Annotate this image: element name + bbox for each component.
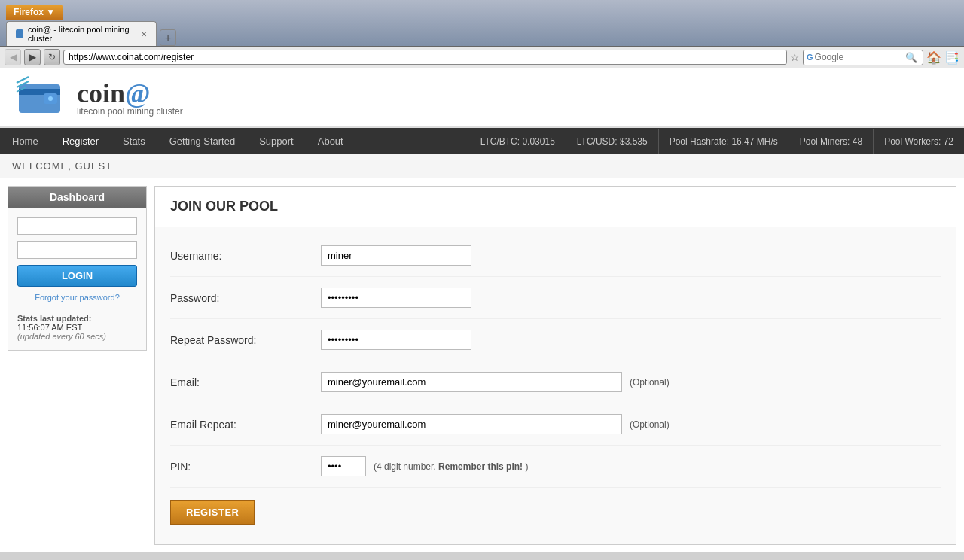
username-input[interactable] <box>321 245 471 266</box>
pin-hint-text: (4 digit number. <box>374 461 436 472</box>
back-button[interactable]: ◀ <box>5 49 21 65</box>
search-box: G 🔍 <box>803 50 923 65</box>
logo-name: coin@ <box>77 78 183 109</box>
nav-stats[interactable]: Stats <box>111 128 157 154</box>
password-field <box>321 288 471 308</box>
nav-register[interactable]: Register <box>50 128 111 154</box>
repeat-password-field <box>321 330 471 350</box>
nav-stats: LTC/BTC: 0.03015 LTC/USD: $3.535 Pool Ha… <box>470 129 964 154</box>
email-repeat-input[interactable] <box>321 414 622 434</box>
nav-about[interactable]: About <box>306 128 355 154</box>
logo-area: coin@ litecoin pool mining cluster <box>15 75 183 119</box>
login-button[interactable]: LOGIN <box>17 265 137 287</box>
forgot-password-link[interactable]: Forgot your password? <box>17 293 137 302</box>
sidebar: Dashboard LOGIN Forgot your password? St… <box>8 186 147 545</box>
repeat-password-input[interactable] <box>321 330 471 350</box>
email-repeat-row: Email Repeat: (Optional) <box>170 403 941 446</box>
firefox-button[interactable]: Firefox ▼ <box>6 5 63 20</box>
nav-getting-started[interactable]: Getting Started <box>157 128 247 154</box>
workers-stat: Pool Workers: 72 <box>873 129 964 154</box>
new-tab-button[interactable]: + <box>160 29 176 46</box>
bookmark-star-button[interactable]: ☆ <box>790 51 800 63</box>
welcome-bar: WELCOME, GUEST <box>0 154 964 178</box>
nav-home[interactable]: Home <box>0 128 50 154</box>
pin-remember: Remember this pin! <box>438 461 523 472</box>
sidebar-box: Dashboard LOGIN Forgot your password? St… <box>8 186 147 351</box>
sidebar-title: Dashboard <box>8 187 146 208</box>
ltc-usd-label: LTC/USD: <box>577 136 618 147</box>
email-repeat-optional: (Optional) <box>630 419 670 430</box>
sidebar-password-input[interactable] <box>17 241 137 259</box>
email-optional: (Optional) <box>630 377 670 388</box>
tab-favicon <box>16 29 23 38</box>
titlebar: Firefox ▼ <box>0 3 964 21</box>
email-label: Email: <box>170 376 321 388</box>
search-icon[interactable]: 🔍 <box>905 52 917 63</box>
welcome-text: WELCOME, GUEST <box>12 160 112 172</box>
ltc-usd-value: $3.535 <box>620 136 648 147</box>
username-row: Username: <box>170 235 941 277</box>
nav-links: Home Register Stats Getting Started Supp… <box>0 128 355 154</box>
tab-title: coin@ - litecoin pool mining cluster <box>28 25 133 43</box>
email-repeat-label: Email Repeat: <box>170 418 321 431</box>
hashrate-value: 16.47 MH/s <box>731 136 777 147</box>
miners-label: Pool Miners: <box>800 136 850 147</box>
password-input[interactable] <box>321 288 471 308</box>
refresh-button[interactable]: ↻ <box>44 49 60 65</box>
ltc-usd-stat: LTC/USD: $3.535 <box>566 129 658 154</box>
pin-row: PIN: (4 digit number. Remember this pin!… <box>170 446 941 488</box>
pin-input[interactable] <box>321 456 366 476</box>
logo-text: coin@ litecoin pool mining cluster <box>77 78 183 117</box>
search-input[interactable] <box>815 52 905 62</box>
content-title: JOIN OUR POOL <box>155 187 956 227</box>
hashrate-label: Pool Hashrate: <box>670 136 729 147</box>
sidebar-username-input[interactable] <box>17 217 137 235</box>
repeat-password-row: Repeat Password: <box>170 319 941 361</box>
email-input[interactable] <box>321 372 622 392</box>
email-row: Email: (Optional) <box>170 361 941 403</box>
bookmark-button[interactable]: 📑 <box>944 50 959 65</box>
ltc-btc-stat: LTC/BTC: 0.03015 <box>470 129 566 154</box>
email-repeat-field: (Optional) <box>321 414 670 434</box>
main-layout: Dashboard LOGIN Forgot your password? St… <box>0 178 964 552</box>
site-header: coin@ litecoin pool mining cluster <box>0 68 964 128</box>
forward-button[interactable]: ▶ <box>24 49 41 65</box>
wallet-svg <box>15 75 68 117</box>
google-logo: G <box>807 53 813 62</box>
workers-value: 72 <box>944 136 953 147</box>
workers-label: Pool Workers: <box>884 136 941 147</box>
logo-at: @ <box>125 78 151 108</box>
username-field <box>321 245 471 266</box>
nav-support[interactable]: Support <box>247 128 306 154</box>
main-content: JOIN OUR POOL Username: Password: <box>154 186 956 545</box>
repeat-password-label: Repeat Password: <box>170 334 321 346</box>
stats-note: (updated every 60 secs) <box>17 332 106 341</box>
register-form: Username: Password: Repeat Password: <box>155 227 956 544</box>
hashrate-stat: Pool Hashrate: 16.47 MH/s <box>658 129 789 154</box>
browser-chrome: Firefox ▼ coin@ - litecoin pool mining c… <box>0 0 964 46</box>
password-label: Password: <box>170 292 321 304</box>
password-row: Password: <box>170 277 941 319</box>
pin-label: PIN: <box>170 461 321 473</box>
ltc-btc-value: 0.03015 <box>522 136 554 147</box>
logo-icon <box>15 75 68 119</box>
address-input[interactable] <box>63 50 787 65</box>
email-field: (Optional) <box>321 372 670 392</box>
miners-stat: Pool Miners: 48 <box>789 129 873 154</box>
active-tab[interactable]: coin@ - litecoin pool mining cluster ✕ <box>6 21 157 46</box>
sidebar-content: LOGIN Forgot your password? Stats last u… <box>8 208 146 350</box>
stats-updated: Stats last updated: 11:56:07 AM EST (upd… <box>17 314 137 341</box>
ltc-btc-label: LTC/BTC: <box>480 136 520 147</box>
pin-hint: (4 digit number. Remember this pin! ) <box>374 461 528 472</box>
register-button[interactable]: REGISTER <box>170 500 255 525</box>
register-btn-area: REGISTER <box>170 488 941 537</box>
tab-close-button[interactable]: ✕ <box>141 30 147 38</box>
page-content: coin@ litecoin pool mining cluster Home … <box>0 68 964 552</box>
tab-bar: coin@ - litecoin pool mining cluster ✕ + <box>0 21 964 46</box>
logo-tagline: litecoin pool mining cluster <box>77 106 183 117</box>
stats-updated-label: Stats last updated: <box>17 314 91 323</box>
pin-field: (4 digit number. Remember this pin! ) <box>321 456 528 476</box>
miners-value: 48 <box>853 136 862 147</box>
username-label: Username: <box>170 250 321 262</box>
home-button[interactable]: 🏠 <box>926 50 941 65</box>
